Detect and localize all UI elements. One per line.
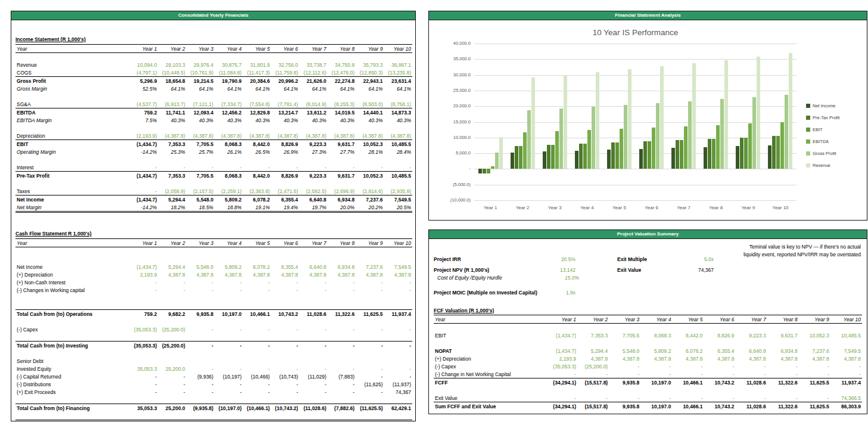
cell[interactable]: - <box>158 278 186 286</box>
year-header-cell[interactable]: Year 5 <box>243 239 271 247</box>
cell[interactable]: (11,084.8) <box>214 69 242 77</box>
cell[interactable]: 10,197.0 <box>640 402 672 411</box>
cell[interactable]: (1,434.7) <box>130 172 158 180</box>
cell[interactable]: 10,466.1 <box>672 402 704 411</box>
cell[interactable]: 40.3% <box>384 116 412 124</box>
cell[interactable]: 4,387.8 <box>384 271 412 278</box>
year-header-cell[interactable]: Year 5 <box>672 315 704 324</box>
cell[interactable]: 8,826.9 <box>271 172 299 180</box>
row-label[interactable]: Sum FCFF and Exit Value <box>434 402 546 411</box>
cell[interactable]: - <box>830 362 862 370</box>
cell[interactable]: - <box>243 163 271 172</box>
cell[interactable]: 6,640.8 <box>299 263 327 271</box>
cell[interactable]: 33,738.7 <box>299 61 327 69</box>
cell[interactable]: 9,631.7 <box>328 172 356 180</box>
cell[interactable]: - <box>130 286 158 294</box>
cell[interactable]: 25,200.0 <box>158 365 186 373</box>
cell[interactable]: 86,303.9 <box>830 402 862 411</box>
equity-hurdle-value[interactable]: 15.0% <box>543 274 579 282</box>
cell[interactable]: 11,625.5 <box>356 310 384 318</box>
row-label[interactable]: (-) Capex <box>434 362 546 370</box>
cell[interactable]: 5,294.4 <box>158 263 186 271</box>
cell[interactable]: - <box>299 278 327 286</box>
cell[interactable]: 9,631.7 <box>328 140 356 148</box>
cell[interactable]: (4,387.8) <box>271 132 299 140</box>
cell[interactable]: - <box>186 342 214 350</box>
cell[interactable]: 5,548.0 <box>186 196 214 204</box>
row-label[interactable]: Taxes <box>15 187 130 196</box>
cell[interactable]: 64.1% <box>271 85 299 92</box>
cell[interactable]: - <box>130 373 158 380</box>
cell[interactable]: - <box>243 286 271 294</box>
cell[interactable]: 5,548.0 <box>186 263 214 271</box>
year-header-cell[interactable]: Year 8 <box>328 45 356 53</box>
cell[interactable]: - <box>546 370 577 378</box>
cell[interactable]: - <box>356 163 384 172</box>
row-label[interactable]: Interest <box>15 163 130 172</box>
cell[interactable]: - <box>214 286 242 294</box>
row-label[interactable]: EBIT <box>434 331 546 339</box>
cell[interactable]: 13,611.2 <box>299 108 327 117</box>
cell[interactable]: 10,466.1 <box>672 378 704 387</box>
cell[interactable]: - <box>546 394 577 402</box>
cell[interactable]: 35,053.3 <box>130 404 158 412</box>
cell[interactable]: 28.4% <box>384 148 412 156</box>
fcf-valuation-table[interactable]: YearYear 1Year 2Year 3Year 4Year 5Year 6… <box>434 315 862 410</box>
cell[interactable]: - <box>271 380 299 388</box>
cell[interactable]: (35,053.3) <box>130 342 158 350</box>
cell[interactable]: 6,078.2 <box>243 196 271 204</box>
cell[interactable]: 30,875.7 <box>214 61 242 69</box>
cell[interactable]: 6,934.8 <box>328 263 356 271</box>
project-moic-value[interactable]: 1.9x <box>552 289 575 297</box>
cell[interactable]: 9,935.8 <box>186 310 214 318</box>
cell[interactable]: (1,434.7) <box>546 347 577 355</box>
cell[interactable]: (10,466) <box>243 373 271 380</box>
cell[interactable]: - <box>271 163 299 172</box>
cell[interactable]: - <box>704 362 735 370</box>
cell[interactable]: 4,387.8 <box>186 271 214 278</box>
cell[interactable]: 10,743.2 <box>704 378 735 387</box>
cell[interactable]: - <box>577 370 609 378</box>
cell[interactable]: 18.2% <box>158 203 186 212</box>
year-header-cell[interactable]: Year 2 <box>158 45 186 53</box>
row-label[interactable]: (+) Depreciation <box>15 271 130 278</box>
cell[interactable]: (10,197) <box>214 373 242 380</box>
cell[interactable]: - <box>214 380 242 388</box>
cell[interactable]: (25,200.0) <box>577 362 609 370</box>
cell[interactable]: 10,743.2 <box>271 310 299 318</box>
cell[interactable]: - <box>299 286 327 294</box>
cell[interactable]: - <box>799 362 830 370</box>
cell[interactable]: 20.0% <box>328 203 356 212</box>
cell[interactable]: - <box>736 370 767 378</box>
cell[interactable]: - <box>767 370 799 378</box>
cell[interactable]: 7,549.5 <box>384 263 412 271</box>
cell[interactable]: 11,028.6 <box>299 310 327 318</box>
cell[interactable]: 25.7% <box>186 148 214 156</box>
cell[interactable]: - <box>186 325 214 333</box>
cell[interactable]: 9,223.3 <box>299 172 327 180</box>
row-label[interactable]: EBITDA Margin <box>15 116 130 124</box>
year-header-cell[interactable]: Year 7 <box>736 315 767 324</box>
cell[interactable]: 6,078.2 <box>672 347 704 355</box>
cell[interactable]: - <box>736 362 767 370</box>
cell[interactable]: 10,743.2 <box>704 402 735 411</box>
cell[interactable]: - <box>672 370 704 378</box>
cell[interactable]: 7,353.3 <box>158 172 186 180</box>
cell[interactable]: (2,935.9) <box>384 187 412 196</box>
cell[interactable]: 11,741.1 <box>158 108 186 117</box>
year-header-label[interactable]: Year <box>15 45 130 53</box>
cell[interactable]: 28.1% <box>356 148 384 156</box>
cell[interactable]: 7.5% <box>130 116 158 124</box>
cell[interactable]: - <box>799 370 830 378</box>
cell[interactable]: - <box>299 163 327 172</box>
cell[interactable]: 64.1% <box>214 85 242 92</box>
cell[interactable] <box>384 357 412 365</box>
cell[interactable]: (15,517.8) <box>577 402 609 411</box>
cell[interactable]: - <box>640 394 672 402</box>
cell[interactable]: 7,549.5 <box>830 347 862 355</box>
cell[interactable]: (11,759.8) <box>271 69 299 77</box>
cell[interactable]: 34,750.8 <box>328 61 356 69</box>
cell[interactable]: 9,682.2 <box>158 420 186 422</box>
cell[interactable]: 4,387.8 <box>158 271 186 278</box>
cell[interactable]: 5,294.4 <box>577 347 609 355</box>
